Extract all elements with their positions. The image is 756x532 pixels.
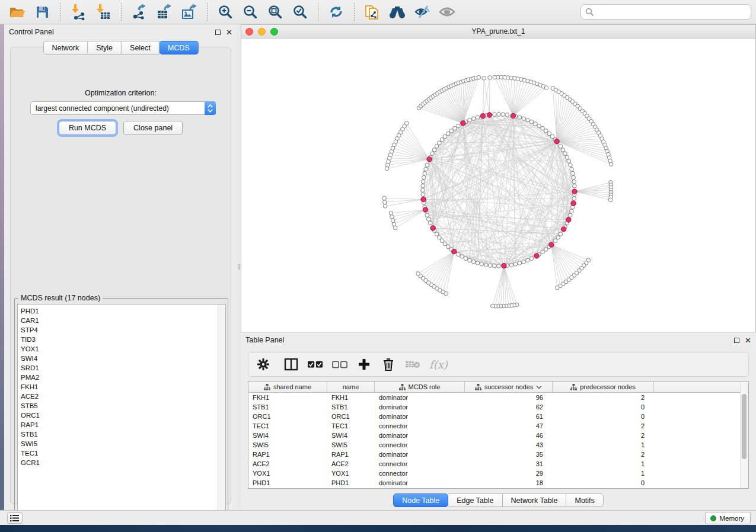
graph-node[interactable] — [468, 258, 472, 262]
graph-node[interactable] — [505, 113, 509, 117]
graph-node[interactable] — [541, 126, 545, 130]
graph-node[interactable] — [556, 236, 560, 240]
folder-open-icon[interactable] — [7, 2, 27, 21]
graph-node[interactable] — [518, 116, 522, 120]
export-network-icon[interactable] — [129, 2, 149, 21]
trash-icon[interactable] — [381, 357, 396, 372]
close-panel-button[interactable]: Close panel — [123, 121, 183, 135]
graph-node[interactable] — [423, 171, 427, 175]
eye-icon[interactable] — [437, 2, 457, 21]
split-view-icon[interactable] — [283, 357, 299, 372]
graph-node[interactable] — [471, 117, 476, 121]
graph-node[interactable] — [425, 213, 429, 217]
memory-button[interactable]: Memory — [705, 512, 751, 524]
table-row[interactable]: FKH1FKH1dominator962 — [248, 393, 748, 402]
graph-leaf-node[interactable] — [544, 86, 548, 90]
graph-node[interactable] — [572, 175, 576, 180]
gear-icon[interactable] — [256, 357, 271, 372]
graph-node[interactable] — [457, 252, 461, 257]
graph-hub-node[interactable] — [511, 113, 515, 118]
graph-node[interactable] — [493, 264, 497, 268]
tab-network-table[interactable]: Network Table — [503, 493, 567, 507]
float-panel-icon[interactable] — [734, 338, 739, 343]
graph-node[interactable] — [544, 129, 548, 133]
graph-node[interactable] — [547, 132, 551, 136]
list-item[interactable]: STB5 — [21, 401, 225, 411]
graph-node[interactable] — [509, 263, 513, 267]
graph-leaf-node[interactable] — [608, 198, 613, 202]
delete-table-icon[interactable] — [405, 357, 420, 372]
graph-node[interactable] — [446, 132, 450, 136]
graph-node[interactable] — [544, 248, 548, 252]
graph-node[interactable] — [488, 264, 492, 268]
graph-node[interactable] — [570, 209, 574, 213]
close-panel-icon[interactable]: ✕ — [745, 338, 751, 343]
table-row[interactable]: SWI4SWI4dominator462 — [248, 431, 748, 440]
network-canvas[interactable] — [241, 39, 755, 331]
graph-hub-node[interactable] — [421, 197, 426, 201]
graph-node[interactable] — [430, 152, 435, 156]
graph-node[interactable] — [570, 167, 574, 171]
graph-node[interactable] — [571, 171, 575, 175]
tab-mcds[interactable]: MCDS — [160, 41, 199, 55]
graph-hub-node[interactable] — [572, 189, 577, 194]
graph-node[interactable] — [457, 124, 461, 128]
run-mcds-button[interactable]: Run MCDS — [59, 121, 116, 135]
graph-node[interactable] — [553, 239, 557, 243]
graph-hub-node[interactable] — [480, 114, 485, 118]
table-row[interactable]: ORC1ORC1dominator610 — [248, 412, 748, 421]
graph-node[interactable] — [559, 232, 563, 236]
graph-leaf-node[interactable] — [391, 219, 395, 223]
table-row[interactable]: STB1STB1dominator620 — [248, 402, 748, 412]
table-row[interactable]: SWI5SWI5connector431 — [248, 440, 748, 450]
list-item[interactable]: PMA2 — [21, 373, 225, 382]
list-item[interactable]: STB1 — [21, 430, 225, 439]
table-row[interactable]: ACE2ACE2connector311 — [248, 459, 748, 469]
graph-node[interactable] — [460, 255, 464, 259]
graph-leaf-node[interactable] — [609, 162, 613, 166]
graph-node[interactable] — [493, 113, 497, 117]
graph-node[interactable] — [421, 188, 425, 193]
graph-node[interactable] — [443, 242, 447, 246]
list-item[interactable]: ACE2 — [21, 392, 225, 401]
refresh-icon[interactable] — [326, 2, 346, 21]
list-item[interactable]: TID3 — [21, 335, 225, 344]
graph-node[interactable] — [537, 124, 541, 128]
graph-node[interactable] — [446, 245, 450, 249]
graph-node[interactable] — [468, 118, 472, 122]
graph-node[interactable] — [573, 184, 577, 188]
select-unchecked-icon[interactable] — [332, 357, 347, 372]
graph-hub-node[interactable] — [430, 226, 435, 230]
graph-node[interactable] — [422, 175, 426, 180]
graph-node[interactable] — [422, 180, 426, 184]
table-row[interactable]: YOX1YOX1connector291 — [248, 469, 748, 478]
graph-leaf-node[interactable] — [556, 286, 560, 290]
graph-hub-node[interactable] — [427, 157, 432, 162]
graph-node[interactable] — [567, 159, 571, 164]
graph-node[interactable] — [438, 141, 442, 145]
graph-hub-node[interactable] — [566, 217, 571, 222]
graph-hub-node[interactable] — [423, 207, 428, 212]
list-item[interactable]: SRD1 — [21, 363, 225, 373]
tab-edge-table[interactable]: Edge Table — [448, 493, 502, 507]
graph-node[interactable] — [518, 261, 522, 265]
column-header-successor-nodes[interactable]: successor nodes — [465, 382, 553, 392]
list-item[interactable]: YOX1 — [21, 344, 225, 354]
graph-node[interactable] — [561, 148, 565, 152]
graph-node[interactable] — [522, 260, 526, 264]
column-header-name[interactable]: name — [327, 382, 375, 392]
graph-node[interactable] — [424, 167, 428, 171]
graph-node[interactable] — [438, 236, 442, 240]
list-item[interactable]: SWI4 — [21, 354, 225, 363]
graph-node[interactable] — [569, 163, 573, 167]
select-checked-icon[interactable] — [308, 357, 323, 372]
graph-node[interactable] — [484, 263, 488, 267]
graph-leaf-node[interactable] — [477, 75, 481, 79]
graph-hub-node[interactable] — [461, 121, 465, 126]
list-item[interactable]: RAP1 — [21, 420, 225, 430]
graph-node[interactable] — [541, 250, 545, 254]
graph-node[interactable] — [572, 180, 576, 184]
function-builder-icon[interactable]: f(x) — [429, 358, 448, 371]
graph-node[interactable] — [572, 197, 576, 201]
graph-node[interactable] — [435, 232, 439, 236]
